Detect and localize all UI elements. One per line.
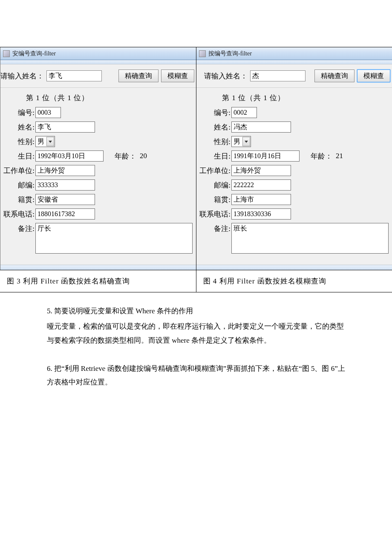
gender-label: 性别: (196, 137, 231, 147)
remark-label: 备注: (196, 223, 231, 234)
fuzzy-query-button[interactable]: 模糊查 (161, 69, 194, 82)
birthday-label: 生日: (196, 151, 231, 161)
zip-field[interactable] (35, 179, 95, 191)
id-field[interactable] (35, 107, 61, 118)
search-row: 请输入姓名： 精确查询 模糊查 (0, 64, 196, 87)
phone-field[interactable] (35, 208, 95, 220)
zip-label: 邮编: (0, 180, 35, 190)
window-title: 按编号查询-filter (208, 50, 252, 58)
birthday-field[interactable] (231, 150, 300, 162)
birthday-label: 生日: (0, 151, 35, 161)
app-window-right: 按编号查询-filter 请输入姓名： 精确查询 模糊查 第 1 位（共 1 位… (196, 47, 392, 270)
age-label: 年龄： (311, 151, 332, 161)
window-title: 安编号查询-filter (12, 50, 56, 58)
age-value: 20 (140, 152, 147, 160)
statusbar-strip (196, 265, 392, 270)
question-5-answer: 哑元变量，检索的值可以是变化的，即在程序运行输入，此时要定义一个哑元变量，它的类… (47, 320, 345, 347)
toolbar-strip (196, 60, 392, 64)
statusbar-strip (0, 265, 196, 270)
position-indicator: 第 1 位（共 1 位） (0, 93, 196, 103)
exact-query-button[interactable]: 精确查询 (314, 69, 355, 82)
gender-select[interactable]: 男 (35, 136, 55, 147)
id-label: 编号: (196, 108, 231, 118)
remark-field[interactable] (231, 223, 389, 254)
caption-row: 图 3 利用 Filter 函数按姓名精确查询 图 4 利用 Filter 函数… (0, 270, 392, 292)
search-label: 请输入姓名： (0, 71, 44, 81)
position-indicator: 第 1 位（共 1 位） (196, 93, 392, 103)
age-value: 21 (336, 152, 343, 160)
zip-field[interactable] (231, 179, 291, 191)
origin-label: 籍贯: (196, 195, 231, 205)
name-search-input[interactable] (250, 70, 306, 81)
chevron-down-icon[interactable] (242, 137, 250, 146)
app-window-left: 安编号查询-filter 请输入姓名： 精确查询 模糊查 第 1 位（共 1 位… (0, 47, 196, 270)
origin-field[interactable] (231, 194, 291, 205)
titlebar-right: 按编号查询-filter (196, 47, 392, 60)
result-form: 第 1 位（共 1 位） 编号: 姓名: 性别: 男 生日: 年龄： 20 工作… (0, 87, 196, 265)
phone-label: 联系电话: (196, 209, 231, 219)
name-label: 姓名: (196, 122, 231, 132)
remark-field[interactable] (35, 223, 193, 254)
name-search-input[interactable] (46, 70, 102, 81)
phone-field[interactable] (231, 208, 291, 220)
remark-label: 备注: (0, 223, 35, 234)
chevron-down-icon[interactable] (46, 137, 54, 146)
workunit-label: 工作单位: (196, 166, 231, 176)
document-body: 5. 简要说明哑元变量和设置 Where 条件的作用 哑元变量，检索的值可以是变… (0, 292, 392, 408)
workunit-label: 工作单位: (0, 166, 35, 176)
zip-label: 邮编: (196, 180, 231, 190)
workunit-field[interactable] (231, 165, 291, 176)
search-row: 请输入姓名： 精确查询 模糊查 (196, 64, 392, 87)
result-form: 第 1 位（共 1 位） 编号: 姓名: 性别: 男 生日: 年龄： 21 工作… (196, 87, 392, 265)
question-6-title: 6. 把“利用 Retrieve 函数创建按编号精确查询和模糊查询”界面抓拍下来… (47, 362, 345, 390)
figure-4-caption: 图 4 利用 Filter 函数按姓名模糊查询 (196, 270, 392, 292)
origin-label: 籍贯: (0, 195, 35, 205)
age-label: 年龄： (115, 151, 136, 161)
name-label: 姓名: (0, 122, 35, 132)
workunit-field[interactable] (35, 165, 95, 176)
name-field[interactable] (231, 121, 291, 133)
birthday-field[interactable] (35, 150, 104, 162)
app-icon (3, 50, 10, 57)
id-field[interactable] (231, 107, 257, 118)
question-5-title: 5. 简要说明哑元变量和设置 Where 条件的作用 (47, 304, 345, 318)
app-icon (199, 50, 206, 57)
id-label: 编号: (0, 108, 35, 118)
toolbar-strip (0, 60, 196, 64)
phone-label: 联系电话: (0, 209, 35, 219)
gender-value: 男 (232, 137, 242, 146)
fuzzy-query-button[interactable]: 模糊查 (357, 69, 390, 82)
name-field[interactable] (35, 121, 95, 133)
figure-3-caption: 图 3 利用 Filter 函数按姓名精确查询 (0, 270, 196, 292)
gender-select[interactable]: 男 (231, 136, 251, 147)
titlebar-left: 安编号查询-filter (0, 47, 196, 60)
origin-field[interactable] (35, 194, 95, 205)
exact-query-button[interactable]: 精确查询 (118, 69, 159, 82)
gender-value: 男 (36, 137, 46, 146)
screenshot-table-row: 安编号查询-filter 请输入姓名： 精确查询 模糊查 第 1 位（共 1 位… (0, 47, 392, 270)
search-label: 请输入姓名： (204, 71, 248, 81)
gender-label: 性别: (0, 137, 35, 147)
